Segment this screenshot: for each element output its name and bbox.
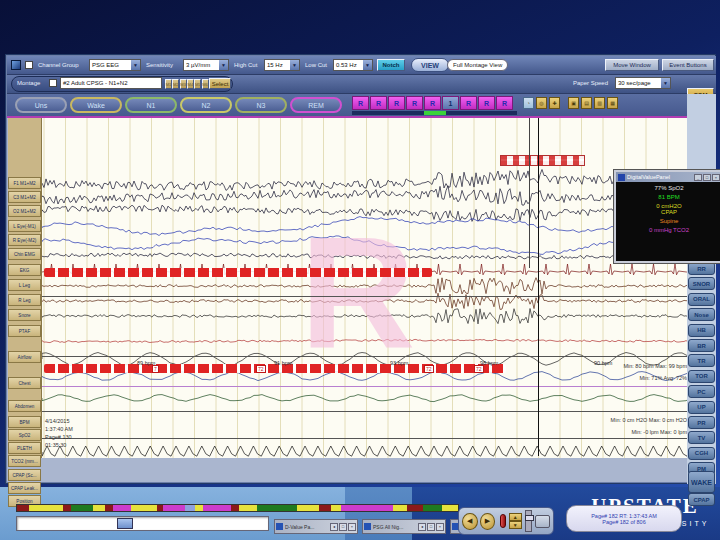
stage-button-n3[interactable]: N3 [235, 97, 287, 113]
close-icon[interactable]: × [712, 174, 720, 181]
epoch-button-2[interactable]: R [388, 96, 405, 110]
time-cursor[interactable] [538, 118, 539, 456]
epoch-button-1[interactable]: R [370, 96, 387, 110]
waveform-plot[interactable]: R 7727272 89 bpm91 bpm93 bpm98 bpm90 bpm… [41, 118, 691, 458]
channel-label-3[interactable]: L Eye(-M1) [8, 220, 41, 232]
epoch-button-0[interactable]: R [352, 96, 369, 110]
channel-label-19[interactable]: CPAP Leak... [8, 482, 41, 494]
speed-slider[interactable] [525, 510, 532, 532]
event-button-up[interactable]: UP [688, 401, 715, 414]
minimized-window-0[interactable]: D-Value Pa...◂□× [274, 519, 358, 534]
chevron-down-icon[interactable]: ▼ [661, 78, 670, 88]
chevron-down-icon[interactable]: ▼ [363, 60, 372, 70]
event-button-wake[interactable]: WAKE [688, 471, 715, 493]
prev-page-button[interactable]: ◀ [462, 513, 478, 530]
event-button-rr[interactable]: RR [688, 262, 715, 275]
channel-label-17[interactable]: TCO2 (mm... [8, 455, 41, 467]
scrollbar-thumb[interactable] [117, 518, 133, 529]
window-control-icon[interactable]: × [348, 523, 356, 531]
montage-button-m3[interactable]: M3 [180, 79, 187, 89]
channel-label-1[interactable]: C3 M1+M2 [8, 191, 41, 203]
window-control-icon[interactable]: ◂ [418, 523, 426, 531]
montage-button-m2[interactable]: M2 [172, 79, 179, 89]
montage-checkbox[interactable] [49, 79, 57, 87]
channel-label-0[interactable]: F1 M1+M2 [8, 177, 41, 189]
event-buttons-button[interactable]: Event Buttons [662, 59, 714, 71]
channel-label-15[interactable]: SpO2 [8, 429, 41, 441]
epoch-button-5[interactable]: 1 [442, 96, 459, 110]
cursor-icon[interactable]: ✚ [549, 97, 560, 109]
event-button-cgh[interactable]: CGH [688, 447, 715, 460]
event-marker-hatched[interactable] [500, 155, 585, 166]
settings-icon[interactable]: ▦ [607, 97, 618, 109]
epoch-button-8[interactable]: R [496, 96, 513, 110]
digital-value-panel[interactable]: DigitalValuePanel _ □ × 77% SpO281 BPM0 … [614, 170, 720, 263]
hypnogram-strip[interactable] [16, 504, 459, 512]
montage-button-m5[interactable]: M5 [194, 79, 201, 89]
channel-label-8[interactable]: R Leg [8, 294, 41, 306]
page-scrollbar[interactable] [16, 516, 269, 531]
epoch-button-7[interactable]: R [478, 96, 495, 110]
channel-label-6[interactable]: EKG [8, 264, 41, 276]
next-page-button[interactable]: ▶ [480, 513, 496, 530]
move-window-button[interactable]: Move Window [605, 59, 659, 71]
channel-label-9[interactable]: Snore [8, 309, 41, 321]
montage-button-m4[interactable]: M4 [187, 79, 194, 89]
patient-icon[interactable]: ▣ [568, 97, 579, 109]
channel-label-12[interactable]: Chest [8, 377, 41, 389]
window-control-icon[interactable]: □ [427, 523, 435, 531]
event-button-tv[interactable]: TV [688, 431, 715, 444]
maximize-icon[interactable]: □ [703, 174, 711, 181]
stage-button-n2[interactable]: N2 [180, 97, 232, 113]
channel-group-select[interactable]: PSG EEG▼ [89, 59, 141, 71]
channel-label-4[interactable]: R Eye(-M2) [8, 234, 41, 246]
speed-slider-thumb[interactable] [525, 515, 534, 521]
stage-button-uns[interactable]: Uns [15, 97, 67, 113]
window-control-icon[interactable]: × [436, 523, 444, 531]
zoom-icon[interactable]: ◎ [536, 97, 547, 109]
event-button-nose[interactable]: Nose [688, 308, 715, 321]
sensitivity-select[interactable]: 3 µV/mm▼ [183, 59, 229, 71]
minimize-icon[interactable]: _ [694, 174, 702, 181]
chevron-down-icon[interactable]: ▼ [219, 60, 228, 70]
nav-extra-button[interactable] [535, 515, 550, 528]
channel-label-5[interactable]: Chin EMG [8, 248, 41, 260]
stage-button-n1[interactable]: N1 [125, 97, 177, 113]
event-button-tor[interactable]: TOR [688, 370, 715, 383]
channel-label-14[interactable]: BPM [8, 416, 41, 428]
epoch-button-6[interactable]: R [460, 96, 477, 110]
window-control-icon[interactable]: □ [339, 523, 347, 531]
view-mode-value[interactable]: Full Montage View [447, 59, 508, 71]
montage-select-button[interactable]: Select [209, 78, 231, 89]
ptaf-event-bar[interactable] [44, 268, 432, 277]
channel-label-18[interactable]: CPAP (Sc... [8, 469, 41, 481]
view-button[interactable]: VIEW [411, 58, 449, 72]
paper-speed-select[interactable]: 30 sec/page▼ [615, 77, 671, 89]
chevron-down-icon[interactable]: ▼ [290, 60, 299, 70]
dvp-titlebar[interactable]: DigitalValuePanel _ □ × [616, 172, 720, 182]
epoch-button-3[interactable]: R [406, 96, 423, 110]
channel-label-10[interactable]: PTAF [8, 325, 41, 337]
event-button-pc[interactable]: PC [688, 385, 715, 398]
channel-label-7[interactable]: L Leg [8, 279, 41, 291]
montage-button-m1[interactable]: M1 [165, 79, 172, 89]
event-button-snor[interactable]: SNOR [688, 277, 715, 290]
window-control-icon[interactable]: ◂ [330, 523, 338, 531]
event-button-oral[interactable]: ORAL [688, 293, 715, 306]
chevron-down-icon[interactable]: ▼ [131, 60, 140, 70]
low-cut-select[interactable]: 0.53 Hz▼ [333, 59, 373, 71]
stage-button-wake[interactable]: Wake [70, 97, 122, 113]
event-button-cpap[interactable]: CPAP [688, 493, 715, 506]
high-cut-select[interactable]: 15 Hz▼ [264, 59, 300, 71]
event-button-pr[interactable]: PR [688, 416, 715, 429]
stage-button-rem[interactable]: REM [290, 97, 342, 113]
montage-button-m6[interactable]: M6 [202, 79, 209, 89]
channel-label-2[interactable]: O2 M1+M2 [8, 205, 41, 217]
clock-icon[interactable]: ◔ [523, 97, 534, 109]
event-button-hb[interactable]: HB [688, 324, 715, 337]
page-up-button[interactable]: ▲ [509, 513, 522, 521]
page-down-button[interactable]: ▼ [509, 521, 522, 529]
event-button-tr[interactable]: TR [688, 354, 715, 367]
channel-group-checkbox[interactable] [25, 61, 33, 69]
montage-select[interactable]: #2 Adult CPSG - N1+N2 [60, 77, 162, 89]
